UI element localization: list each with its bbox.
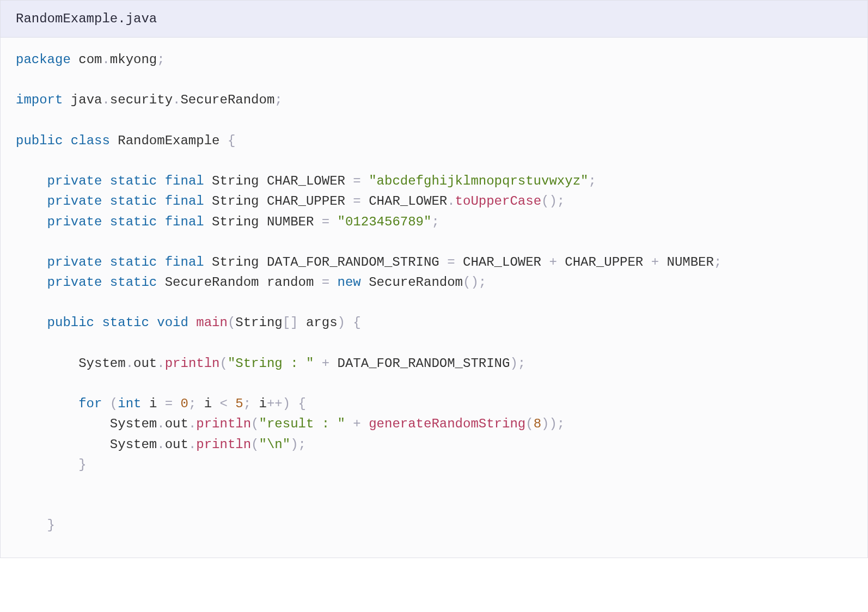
semicolon: ; <box>188 396 196 411</box>
keyword-static: static <box>110 174 157 188</box>
keyword-static: static <box>110 255 157 270</box>
keyword-static: static <box>110 275 157 290</box>
type-string: String <box>235 315 282 330</box>
ref-system: System <box>110 437 157 452</box>
lt: < <box>220 396 228 411</box>
rparen: ) <box>290 437 298 452</box>
filename-header: RandomExample.java <box>1 1 867 38</box>
rparen: ) <box>338 315 345 330</box>
brackets: [] <box>283 315 298 330</box>
lparen: ( <box>220 356 228 371</box>
method-generate: generateRandomString <box>369 417 525 431</box>
dot: . <box>188 417 196 431</box>
string-prefix2: "result : " <box>259 417 345 431</box>
keyword-final: final <box>165 194 204 209</box>
keyword-new: new <box>338 275 361 290</box>
ref-out: out <box>165 437 188 452</box>
eq: = <box>447 255 455 270</box>
type-securerandom: SecureRandom <box>369 275 463 290</box>
lparen: ( <box>228 315 235 330</box>
rparen: ) <box>283 396 290 411</box>
dot: . <box>157 417 164 431</box>
lparen: ( <box>541 194 549 209</box>
string-alpha: "abcdefghijklmnopqrstuvwxyz" <box>369 174 588 188</box>
rparen: ) <box>549 194 557 209</box>
lparen: ( <box>251 437 259 452</box>
semicolon: ; <box>298 437 306 452</box>
semicolon: ; <box>557 194 565 209</box>
type-securerandom: SecureRandom <box>165 275 259 290</box>
ref-char-lower: CHAR_LOWER <box>369 194 447 209</box>
dot: . <box>188 437 196 452</box>
eq: = <box>322 215 329 229</box>
package-seg1: com <box>78 52 102 67</box>
class-name: RandomExample <box>118 133 219 148</box>
eq: = <box>322 275 329 290</box>
dot: . <box>157 437 164 452</box>
dot: . <box>102 52 109 67</box>
import-seg3: SecureRandom <box>180 93 274 107</box>
semicolon: ; <box>157 52 164 67</box>
keyword-private: private <box>47 194 102 209</box>
lbrace: { <box>353 315 360 330</box>
keyword-for: for <box>78 396 102 411</box>
keyword-private: private <box>47 174 102 188</box>
num-eight: 8 <box>534 417 541 431</box>
keyword-final: final <box>165 215 204 229</box>
lbrace: { <box>298 396 306 411</box>
plusplus: ++ <box>267 396 283 411</box>
dot: . <box>126 356 133 371</box>
rbrace: } <box>47 518 55 533</box>
keyword-package: package <box>16 52 71 67</box>
eq: = <box>165 396 173 411</box>
method-println: println <box>196 437 251 452</box>
keyword-public: public <box>47 315 94 330</box>
keyword-static: static <box>110 215 157 229</box>
const-char-upper: CHAR_UPPER <box>267 194 345 209</box>
plus: + <box>549 255 557 270</box>
string-digits: "0123456789" <box>338 215 432 229</box>
semicolon: ; <box>479 275 486 290</box>
type-string: String <box>212 174 259 188</box>
num-zero: 0 <box>181 396 188 411</box>
semicolon: ; <box>518 356 525 371</box>
semicolon: ; <box>588 174 596 188</box>
keyword-public: public <box>16 133 63 148</box>
lparen: ( <box>463 275 470 290</box>
keyword-void: void <box>157 315 188 330</box>
lbrace: { <box>228 133 235 148</box>
keyword-static: static <box>102 315 149 330</box>
string-newline: "\n" <box>259 437 291 452</box>
eq: = <box>353 174 360 188</box>
dot: . <box>102 93 109 107</box>
lparen: ( <box>110 396 118 411</box>
var-i: i <box>204 396 212 411</box>
const-char-lower: CHAR_LOWER <box>267 174 345 188</box>
method-touppercase: toUpperCase <box>455 194 541 209</box>
keyword-private: private <box>47 215 102 229</box>
type-string: String <box>212 255 259 270</box>
ref-out: out <box>133 356 157 371</box>
ref-number: NUMBER <box>667 255 714 270</box>
method-main: main <box>196 315 228 330</box>
keyword-import: import <box>16 93 63 107</box>
semicolon: ; <box>557 417 565 431</box>
var-i: i <box>259 396 267 411</box>
import-seg1: java <box>71 93 102 107</box>
param-args: args <box>306 315 338 330</box>
rparen: ) <box>541 417 549 431</box>
package-seg2: mkyong <box>110 52 157 67</box>
keyword-static: static <box>110 194 157 209</box>
const-number: NUMBER <box>267 215 314 229</box>
ref-data: DATA_FOR_RANDOM_STRING <box>338 356 510 371</box>
type-string: String <box>212 194 259 209</box>
keyword-int: int <box>118 396 141 411</box>
rparen: ) <box>510 356 517 371</box>
var-i: i <box>149 396 157 411</box>
code-body: package com.mkyong; import java.security… <box>1 38 867 558</box>
lparen: ( <box>525 417 533 431</box>
dot: . <box>173 93 180 107</box>
semicolon: ; <box>431 215 439 229</box>
ref-system: System <box>110 417 157 431</box>
string-prefix1: "String : " <box>228 356 314 371</box>
